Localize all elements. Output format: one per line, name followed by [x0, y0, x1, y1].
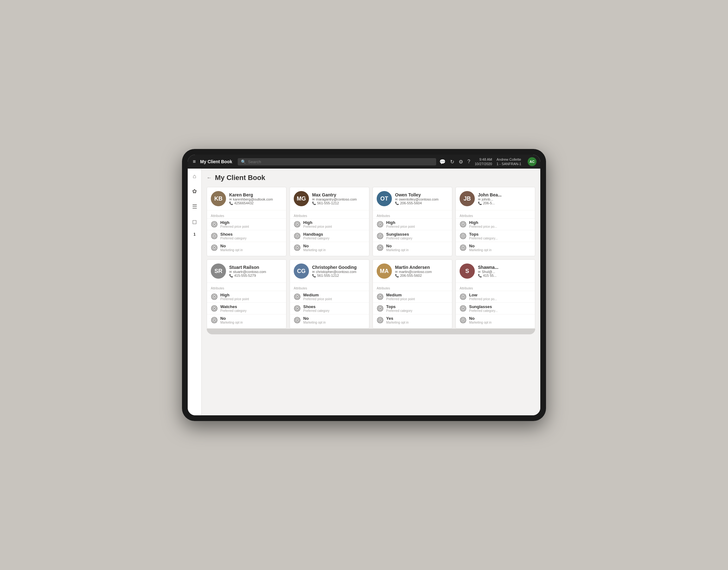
svg-point-56	[379, 296, 381, 297]
attr-desc: Preferred price point	[386, 225, 415, 228]
sidebar-item-bag[interactable]: ◻	[191, 217, 198, 227]
attr-icon	[460, 244, 467, 251]
client-email: ✉ stuartr@contoso.com	[229, 270, 282, 274]
sidebar-item-tasks[interactable]: ☰	[191, 202, 198, 211]
client-card[interactable]: SR Stuart Railson ✉ stuartr@contoso.com …	[207, 259, 287, 329]
email-icon: ✉	[395, 198, 397, 201]
attr-desc: Preferred price point	[303, 297, 332, 301]
client-email: ✉ owentolley@contoso.com	[395, 197, 448, 201]
chat-icon[interactable]: 💬	[439, 159, 446, 165]
attr-icon	[377, 221, 384, 228]
settings-icon[interactable]: ⚙	[459, 159, 463, 165]
attr-text: No Marketing opt in	[303, 316, 326, 324]
svg-point-11	[297, 224, 298, 225]
client-card[interactable]: S Shawna... ✉ Shul@... 📞 415 55... Attri…	[456, 259, 535, 329]
phone-icon: 📞	[312, 202, 316, 205]
attr-value: No	[386, 244, 409, 248]
card-header: MG Max Gantry ✉ maragantry@contoso.com 📞…	[290, 187, 369, 210]
attr-item: No Marketing opt in	[290, 314, 369, 326]
attr-text: Shoes Preferred category	[303, 304, 330, 312]
client-card[interactable]: MA Martin Andersen ✉ martin@contoso.com …	[373, 259, 452, 329]
client-avatar: MG	[294, 191, 309, 206]
search-bar[interactable]: 🔍	[238, 158, 436, 166]
client-phone: 📞 415-555-5279	[229, 274, 282, 277]
attr-value: Sunglasses	[386, 232, 412, 237]
attr-icon	[211, 221, 218, 228]
attr-value: High	[220, 293, 249, 297]
attr-icon	[460, 317, 467, 324]
sidebar: ⌂ ✿ ☰ ◻ 1	[188, 169, 202, 415]
attr-value: Medium	[303, 293, 332, 297]
client-name: Stuart Railson	[229, 265, 282, 270]
attr-item: High Preferred price point	[290, 218, 369, 230]
scroll-indicator	[207, 329, 535, 334]
email-icon: ✉	[312, 270, 315, 274]
attr-desc: Preferred category	[220, 309, 246, 312]
attr-desc: Marketing opt in	[220, 321, 243, 324]
attr-item: No Marketing opt in	[373, 242, 452, 253]
user-avatar[interactable]: AC	[528, 157, 537, 166]
client-card[interactable]: JB John Bea... ✉ johnb... 📞 206-5... Att…	[456, 187, 535, 256]
attr-item: Low Preferred price po...	[456, 291, 535, 302]
card-info: Shawna... ✉ Shul@... 📞 415 55...	[478, 265, 531, 277]
attr-icon	[294, 244, 301, 251]
client-email: ✉ karenhberg@outlook.com	[229, 197, 282, 201]
svg-point-50	[297, 308, 298, 309]
client-card[interactable]: MG Max Gantry ✉ maragantry@contoso.com 📞…	[290, 187, 369, 256]
client-name: Owen Tolley	[395, 192, 448, 197]
svg-point-5	[214, 235, 215, 237]
time-display: 9:48 AM 10/27/2020	[475, 157, 492, 167]
attr-text: Shoes Preferred category	[220, 232, 246, 240]
attr-item: Shoes Preferred category	[290, 302, 369, 314]
client-email: ✉ Shul@...	[478, 270, 531, 274]
card-info: Christopher Gooding ✉ christopher@contos…	[312, 265, 365, 277]
help-icon[interactable]: ?	[468, 159, 470, 165]
attr-text: No Marketing opt in	[303, 244, 326, 252]
attr-desc: Preferred category	[386, 237, 412, 240]
attr-text: No Marketing opt in	[469, 316, 492, 324]
card-header: MA Martin Andersen ✉ martin@contoso.com …	[373, 260, 452, 283]
back-button[interactable]: ←	[207, 175, 212, 181]
attr-value: No	[303, 316, 326, 321]
sidebar-item-clients[interactable]: ✿	[191, 187, 198, 196]
phone-icon: 📞	[478, 202, 482, 205]
attr-desc: Marketing opt in	[469, 248, 492, 252]
search-input[interactable]	[248, 160, 433, 164]
attr-item: Yes Marketing opt in	[373, 314, 452, 326]
phone-icon: 📞	[395, 274, 399, 277]
client-avatar: OT	[377, 191, 392, 206]
card-attributes: Attributes High Preferred price point Wa…	[207, 283, 286, 328]
attr-desc: Preferred category	[386, 309, 412, 312]
attr-value: High	[303, 220, 332, 225]
client-name: Martin Andersen	[395, 265, 448, 270]
sidebar-item-home[interactable]: ⌂	[191, 172, 197, 181]
attributes-label: Attributes	[207, 213, 286, 218]
attr-icon	[211, 233, 218, 240]
card-header: OT Owen Tolley ✉ owentolley@contoso.com …	[373, 187, 452, 210]
attr-item: No Marketing opt in	[207, 242, 286, 253]
svg-point-53	[297, 319, 298, 321]
attr-text: High Preferred price point	[220, 293, 249, 301]
hamburger-menu-button[interactable]: ≡	[191, 158, 197, 166]
card-attributes: Attributes Medium Preferred price point …	[373, 283, 452, 328]
attr-text: Watches Preferred category	[220, 304, 246, 312]
client-card[interactable]: OT Owen Tolley ✉ owentolley@contoso.com …	[373, 187, 452, 256]
phone-icon: 📞	[478, 274, 482, 277]
tablet-screen: ≡ My Client Book 🔍 💬 ↻ ⚙ ? 9:48 AM 10/27…	[188, 155, 540, 415]
attr-item: High Preferred price point	[207, 291, 286, 302]
top-nav-bar: ≡ My Client Book 🔍 💬 ↻ ⚙ ? 9:48 AM 10/27…	[188, 155, 540, 169]
client-card[interactable]: KB Karen Berg ✉ karenhberg@outlook.com 📞…	[207, 187, 287, 256]
attr-text: Sunglasses Preferred category...	[469, 304, 498, 312]
attr-desc: Preferred price point	[220, 225, 249, 228]
attr-desc: Preferred price point	[220, 297, 249, 301]
attr-desc: Marketing opt in	[386, 321, 409, 324]
attr-text: Medium Preferred price point	[303, 293, 332, 301]
refresh-icon[interactable]: ↻	[450, 159, 454, 165]
client-phone: 📞 206-5...	[478, 201, 531, 205]
client-avatar: S	[460, 264, 475, 279]
attr-desc: Marketing opt in	[469, 321, 492, 324]
attr-item: High Preferred price point	[207, 218, 286, 230]
client-name: Max Gantry	[312, 192, 365, 197]
client-phone: 📞 206-555-5602	[395, 274, 448, 277]
client-card[interactable]: CG Christopher Gooding ✉ christopher@con…	[290, 259, 369, 329]
